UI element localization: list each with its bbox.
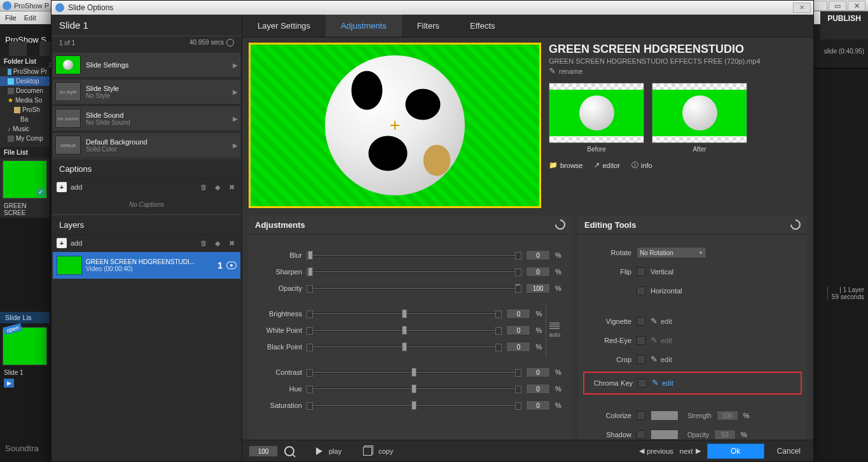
whitepoint-slider[interactable]: White Point 0 %	[258, 325, 543, 336]
zoom-input[interactable]: 100	[249, 445, 278, 457]
tab-adjustments[interactable]: Adjustments	[326, 15, 402, 37]
copy-icon[interactable]	[363, 447, 372, 456]
previous-button[interactable]: ◀previous	[639, 447, 673, 455]
cancel-button[interactable]: Cancel	[771, 447, 807, 456]
tab-effects[interactable]: Effects	[455, 15, 511, 37]
folder-item[interactable]: My Comp	[0, 134, 50, 143]
copy-label[interactable]: copy	[378, 447, 393, 455]
info-button[interactable]: ⓘinfo	[631, 160, 652, 170]
dialog-close-button[interactable]: ✕	[793, 3, 811, 13]
media-filename: GREEN SCREEN HDGREENSTUDIO EFFECTS FREE …	[549, 57, 807, 65]
menu-edit[interactable]: Edit	[24, 14, 36, 22]
layer-title: GREEN SCREEN HDGREENSTUDI...	[86, 258, 214, 265]
blackpoint-slider[interactable]: Black Point 0 %	[258, 341, 543, 353]
tab-layer-settings[interactable]: Layer Settings	[242, 15, 326, 37]
ok-button[interactable]: Ok	[707, 444, 764, 459]
editing-tools-panel: Editing Tools Rotate No Rotation Flip	[578, 216, 807, 440]
brightness-slider[interactable]: Brightness 0 %	[258, 308, 543, 319]
slide-options-dialog: Slide Options ✕ Slide 1 1 of 1 40.959 se…	[51, 0, 814, 462]
preview-canvas[interactable]	[249, 43, 541, 208]
vignette-label: Vignette	[587, 318, 631, 325]
strength-value[interactable]: 100	[717, 410, 738, 421]
folder-item[interactable]: Ba	[0, 115, 50, 124]
tools-icon[interactable]: ✖	[226, 238, 237, 248]
dialog-titlebar[interactable]: Slide Options ✕	[52, 1, 813, 15]
play-slide-icon[interactable]: ▶	[4, 379, 14, 388]
folder-item[interactable]: Documen	[0, 86, 50, 95]
folder-item[interactable]: ProShow Pr	[0, 67, 50, 76]
slide-list-tab[interactable]: Slide Lis	[0, 312, 50, 323]
app-max-button[interactable]: ▭	[829, 1, 846, 11]
flip-horizontal-checkbox[interactable]	[637, 286, 645, 295]
flip-vertical-checkbox[interactable]	[637, 267, 645, 276]
slide-thumbnail[interactable]: open	[3, 327, 47, 365]
chevron-right-icon: ▶	[233, 115, 238, 122]
add-layer-button[interactable]: +	[57, 238, 67, 248]
reset-icon[interactable]	[789, 218, 803, 232]
folder-item[interactable]: ♪Music	[0, 124, 50, 134]
after-thumbnail[interactable]	[652, 83, 747, 143]
tools-icon[interactable]: ✖	[226, 182, 237, 192]
layer-item[interactable]: GREEN SCREEN HDGREENSTUDI... Video (00:0…	[53, 252, 240, 279]
add-caption-button[interactable]: +	[57, 182, 67, 192]
layer-number: 1	[217, 260, 223, 270]
tab-bar: Layer Settings Adjustments Filters Effec…	[242, 15, 813, 38]
editing-tools-header: Editing Tools	[584, 220, 636, 230]
tab-filters[interactable]: Filters	[402, 15, 455, 37]
crop-checkbox[interactable]	[637, 355, 645, 364]
shadow-opacity-value[interactable]: 50	[714, 430, 736, 440]
crop-edit-button[interactable]: edit	[651, 356, 672, 363]
zoom-icon[interactable]	[284, 446, 294, 456]
slide-sound-row[interactable]: no sound Slide SoundNo Slide Sound ▶	[53, 106, 240, 130]
next-button[interactable]: next▶	[680, 447, 701, 455]
visibility-icon[interactable]	[226, 262, 237, 269]
saturation-slider[interactable]: Saturation 0 %	[258, 400, 563, 411]
before-label: Before	[549, 146, 644, 153]
rename-button[interactable]: rename	[549, 67, 807, 75]
contrast-slider[interactable]: Contrast 0 %	[258, 367, 563, 378]
slide-background-row[interactable]: default Default BackgroundSolid Color ▶	[53, 133, 240, 157]
vignette-edit-button[interactable]: edit	[651, 318, 672, 325]
sharpen-slider[interactable]: Sharpen 0 %	[258, 266, 563, 277]
app-close-button[interactable]: ✕	[848, 1, 865, 11]
opacity-slider[interactable]: Opacity 100 %	[258, 283, 563, 294]
sort-icon[interactable]: ◆	[212, 238, 223, 248]
editor-icon: ↗	[594, 161, 600, 169]
chroma-key-edit-button[interactable]: edit	[652, 379, 673, 387]
sharpen-value[interactable]: 0	[526, 267, 550, 277]
reset-icon[interactable]	[553, 218, 568, 232]
browse-button[interactable]: 📁browse	[549, 160, 582, 170]
blur-slider[interactable]: Blur 0 %	[258, 249, 563, 261]
folder-item[interactable]: ProSh	[0, 105, 50, 115]
folder-item[interactable]: ★Media So	[0, 95, 50, 105]
opacity-value[interactable]: 100	[526, 283, 550, 293]
blur-value[interactable]: 0	[526, 250, 550, 260]
clock-icon	[226, 39, 234, 46]
before-thumbnail[interactable]	[549, 83, 644, 143]
trash-icon[interactable]: 🗑	[198, 182, 209, 192]
vignette-checkbox[interactable]	[637, 317, 645, 326]
rotate-select[interactable]: No Rotation	[637, 247, 706, 258]
colorize-swatch[interactable]	[651, 410, 679, 421]
folder-item[interactable]: Desktop	[0, 76, 50, 86]
slide-settings-row[interactable]: Slide Settings ▶	[53, 53, 240, 77]
trash-icon[interactable]: 🗑	[198, 238, 209, 248]
slide-label: Slide 1	[0, 368, 50, 377]
play-icon[interactable]	[316, 447, 322, 455]
hue-slider[interactable]: Hue 0 %	[258, 383, 563, 395]
publish-button[interactable]: PUBLISH	[820, 11, 868, 39]
shadow-checkbox[interactable]	[637, 430, 645, 439]
redeye-checkbox[interactable]	[637, 336, 645, 345]
crosshair-icon[interactable]	[390, 121, 399, 130]
sort-icon[interactable]: ◆	[212, 182, 223, 192]
editor-button[interactable]: ↗editor	[594, 160, 620, 170]
auto-button[interactable]: auto	[546, 303, 563, 358]
file-thumbnail[interactable]: ✓	[3, 160, 47, 199]
colorize-checkbox[interactable]	[637, 411, 645, 420]
menu-file[interactable]: File	[5, 14, 17, 22]
slide-style-row[interactable]: no style Slide StyleNo Style ▶	[53, 80, 240, 104]
shadow-swatch[interactable]	[651, 430, 679, 440]
chroma-key-checkbox[interactable]	[638, 379, 647, 388]
flip-vertical-label: Vertical	[651, 268, 673, 276]
play-label[interactable]: play	[329, 447, 341, 455]
